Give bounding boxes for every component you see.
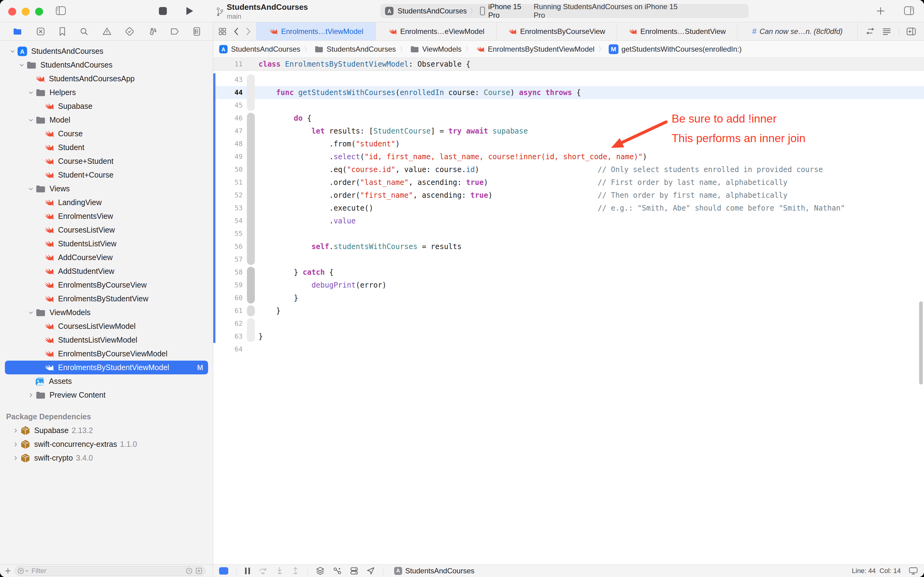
sidebar-item-enrolmentsbystudentviewmodel[interactable]: EnrolmentsByStudentViewModelM <box>5 361 208 374</box>
source-editor[interactable]: 11 class EnrolmentsByStudentViewModel: O… <box>213 58 924 564</box>
sidebar-item-studentsandcourses[interactable]: StudentsAndCourses <box>5 44 208 58</box>
debug-navigator-icon[interactable] <box>148 27 157 36</box>
editor-grid-icon[interactable] <box>218 27 227 36</box>
sidebar-item-addcourseview[interactable]: AddCourseView <box>5 251 208 264</box>
code-line-44[interactable]: 44 func getStudentsWithCourses(enrolledI… <box>213 86 924 99</box>
report-navigator-icon[interactable] <box>193 27 201 36</box>
code-line-52[interactable]: 52 .order("first_name", ascending: true)… <box>213 189 924 202</box>
project-navigator-icon[interactable] <box>12 27 23 36</box>
recent-files-clock-icon[interactable] <box>185 567 193 575</box>
filter-field[interactable]: Filter <box>14 566 205 576</box>
sidebar-item-student-course[interactable]: Student+Course <box>5 168 208 182</box>
code-line-56[interactable]: 56 self.studentsWithCourses = results <box>213 240 924 253</box>
sidebar-item-studentsandcoursesapp[interactable]: StudentsAndCoursesApp <box>5 72 208 85</box>
package-item-supabase[interactable]: Supabase2.13.2 <box>5 424 208 437</box>
scheme-selector[interactable]: A StudentsAndCourses 〉 iPhone 15 Pro Run… <box>380 4 749 18</box>
code-fold-ribbon[interactable] <box>247 113 255 265</box>
code-line-62[interactable]: 62 <box>213 317 924 330</box>
bookmark-navigator-icon[interactable] <box>59 27 66 36</box>
sidebar-item-course[interactable]: Course <box>5 127 208 140</box>
running-app-indicator[interactable]: A StudentsAndCourses <box>394 567 475 575</box>
sidebar-item-addstudentview[interactable]: AddStudentView <box>5 264 208 278</box>
jumpbar-item-viewmodels[interactable]: ViewModels <box>410 45 462 54</box>
stop-button[interactable] <box>159 7 167 15</box>
sidebar-item-student[interactable]: Student <box>5 140 208 154</box>
sidebar-item-courseslistviewmodel[interactable]: CoursesListViewModel <box>5 319 208 333</box>
code-line-64[interactable]: 64 <box>213 343 924 356</box>
source-control-navigator-icon[interactable] <box>36 27 45 36</box>
sidebar-item-viewmodels[interactable]: ViewModels <box>5 306 208 319</box>
forward-icon[interactable] <box>246 27 251 36</box>
back-icon[interactable] <box>233 27 239 36</box>
tests-navigator-icon[interactable] <box>125 27 134 36</box>
sidebar-item-preview-content[interactable]: Preview Content <box>5 388 208 402</box>
memory-graph-icon[interactable] <box>333 567 342 575</box>
code-line-47[interactable]: 47 let results: [StudentCourse] = try aw… <box>213 125 924 137</box>
editor-scrollbar[interactable] <box>919 301 923 384</box>
jumpbar-item-enrolmentsbystudentviewmodel[interactable]: EnrolmentsByStudentViewModel <box>476 45 595 54</box>
disclosure-chevron-icon[interactable] <box>8 48 17 54</box>
breakpoint-navigator-icon[interactable] <box>170 27 179 35</box>
sidebar-item-enrolmentsbycourseview[interactable]: EnrolmentsByCourseView <box>5 278 208 292</box>
jumpbar-item-studentsandcourses[interactable]: StudentsAndCourses <box>219 45 300 54</box>
pause-execution-icon[interactable] <box>245 567 251 575</box>
code-line-60[interactable]: 60 } <box>213 292 924 305</box>
sidebar-item-studentslistview[interactable]: StudentsListView <box>5 237 208 251</box>
package-item-swift-concurrency-extras[interactable]: swift-concurrency-extras1.1.0 <box>5 437 208 451</box>
debug-memory-icon[interactable] <box>350 567 358 575</box>
minimize-window-button[interactable] <box>22 8 30 16</box>
sidebar-item-course-student[interactable]: Course+Student <box>5 154 208 168</box>
disclosure-chevron-icon[interactable] <box>26 310 35 315</box>
toggle-debug-area-button[interactable] <box>219 567 228 575</box>
code-line-49[interactable]: 49 .select("id, first_name, last_name, c… <box>213 150 924 163</box>
sidebar-item-enrolmentsbystudentview[interactable]: EnrolmentsByStudentView <box>5 292 208 306</box>
sidebar-item-enrolmentsview[interactable]: EnrolmentsView <box>5 210 208 223</box>
sidebar-item-model[interactable]: Model <box>5 113 208 127</box>
sidebar-item-supabase[interactable]: Supabase <box>5 99 208 113</box>
add-editor-plus-icon[interactable] <box>876 7 885 15</box>
disclosure-chevron-icon[interactable] <box>26 392 35 398</box>
sidebar-item-studentsandcourses[interactable]: StudentsAndCourses <box>5 58 208 72</box>
code-line-57[interactable]: 57 <box>213 253 924 266</box>
disclosure-chevron-icon[interactable] <box>11 442 20 447</box>
disclosure-chevron-icon[interactable] <box>11 428 20 434</box>
disclosure-chevron-icon[interactable] <box>26 90 35 95</box>
code-review-icon[interactable] <box>866 27 875 35</box>
adjust-editor-icon[interactable] <box>882 27 891 35</box>
zoom-window-button[interactable] <box>35 8 43 16</box>
search-navigator-icon[interactable] <box>79 27 89 36</box>
sidebar-item-helpers[interactable]: Helpers <box>5 85 208 99</box>
jumpbar-item-getstudentswithcourses-enrolledin-[interactable]: MgetStudentsWithCourses(enrolledIn:) <box>608 44 742 54</box>
sidebar-item-landingview[interactable]: LandingView <box>5 196 208 210</box>
disclosure-chevron-icon[interactable] <box>17 62 26 68</box>
code-fold-ribbon[interactable] <box>247 305 255 316</box>
tab-can-now-se-n-8cf0dfd-[interactable]: #Can now se…n. (8cf0dfd) <box>737 22 857 40</box>
tab-enrolments-studentview[interactable]: Enrolments…StudentView <box>617 22 737 40</box>
sidebar-item-views[interactable]: Views <box>5 182 208 196</box>
run-button[interactable] <box>186 6 194 16</box>
sidebar-item-enrolmentsbycourseviewmodel[interactable]: EnrolmentsByCourseViewModel <box>5 347 208 361</box>
code-line-59[interactable]: 59 debugPrint(error) <box>213 279 924 292</box>
code-line-63[interactable]: 63} <box>213 330 924 343</box>
add-file-plus-icon[interactable] <box>4 567 11 575</box>
code-line-48[interactable]: 48 .from("student") <box>213 137 924 150</box>
package-item-swift-crypto[interactable]: swift-crypto3.4.0 <box>5 451 208 465</box>
sidebar-item-courseslistview[interactable]: CoursesListView <box>5 223 208 237</box>
view-hierarchy-icon[interactable] <box>316 567 325 575</box>
split-editor-icon[interactable] <box>906 27 916 36</box>
code-line-58[interactable]: 58 } catch { <box>213 266 924 279</box>
jumpbar-item-studentsandcourses[interactable]: StudentsAndCourses <box>314 45 396 54</box>
code-line-51[interactable]: 51 .order("last_name", ascending: true)/… <box>213 176 924 189</box>
display-icon[interactable] <box>909 567 918 575</box>
code-line-55[interactable]: 55 <box>213 227 924 240</box>
issues-navigator-icon[interactable] <box>102 27 111 36</box>
toggle-right-sidebar-icon[interactable] <box>904 6 914 15</box>
code-line-54[interactable]: 54 .value <box>213 214 924 227</box>
code-line-61[interactable]: 61 } <box>213 305 924 317</box>
disclosure-chevron-icon[interactable] <box>11 455 20 461</box>
code-line-43[interactable]: 43 <box>213 73 924 86</box>
code-fold-ribbon[interactable] <box>247 74 255 111</box>
code-fold-ribbon[interactable] <box>247 318 255 342</box>
toggle-left-sidebar-icon[interactable] <box>56 6 66 15</box>
disclosure-chevron-icon[interactable] <box>26 186 35 192</box>
